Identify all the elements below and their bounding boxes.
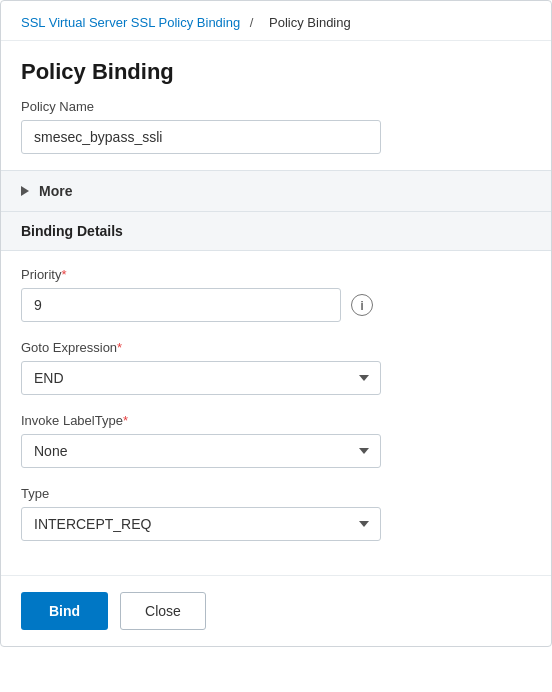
priority-label: Priority* bbox=[21, 267, 531, 282]
page-title: Policy Binding bbox=[1, 41, 551, 99]
close-button[interactable]: Close bbox=[120, 592, 206, 630]
goto-expression-label: Goto Expression* bbox=[21, 340, 531, 355]
more-label: More bbox=[39, 183, 72, 199]
binding-details-title: Binding Details bbox=[21, 223, 123, 239]
goto-expression-select-wrapper: END NEXT USE_INVOCATION_RESULT bbox=[21, 361, 381, 395]
breadcrumb: SSL Virtual Server SSL Policy Binding / … bbox=[1, 1, 551, 41]
invoke-required: * bbox=[123, 413, 128, 428]
footer-actions: Bind Close bbox=[1, 575, 551, 646]
type-label: Type bbox=[21, 486, 531, 501]
breadcrumb-separator: / bbox=[250, 15, 254, 30]
more-triangle-icon bbox=[21, 186, 29, 196]
priority-input[interactable] bbox=[21, 288, 341, 322]
goto-expression-group: Goto Expression* END NEXT USE_INVOCATION… bbox=[21, 340, 531, 395]
breadcrumb-current: Policy Binding bbox=[269, 15, 351, 30]
binding-details-header: Binding Details bbox=[1, 212, 551, 251]
invoke-labeltype-select[interactable]: None reqvserver resvserver policylabel bbox=[21, 434, 381, 468]
priority-group: Priority* i bbox=[21, 267, 531, 322]
invoke-labeltype-group: Invoke LabelType* None reqvserver resvse… bbox=[21, 413, 531, 468]
more-section[interactable]: More bbox=[1, 170, 551, 212]
bind-button[interactable]: Bind bbox=[21, 592, 108, 630]
priority-required: * bbox=[61, 267, 66, 282]
policy-name-input[interactable] bbox=[21, 120, 381, 154]
binding-form: Priority* i Goto Expression* END NEXT US… bbox=[1, 251, 551, 575]
type-group: Type INTERCEPT_REQ INTERCEPT_RES FORWARD bbox=[21, 486, 531, 541]
priority-input-row: i bbox=[21, 288, 531, 322]
goto-required: * bbox=[117, 340, 122, 355]
breadcrumb-link[interactable]: SSL Virtual Server SSL Policy Binding bbox=[21, 15, 240, 30]
invoke-labeltype-label: Invoke LabelType* bbox=[21, 413, 531, 428]
policy-name-label: Policy Name bbox=[21, 99, 531, 114]
type-select[interactable]: INTERCEPT_REQ INTERCEPT_RES FORWARD bbox=[21, 507, 381, 541]
type-select-wrapper: INTERCEPT_REQ INTERCEPT_RES FORWARD bbox=[21, 507, 381, 541]
goto-expression-select[interactable]: END NEXT USE_INVOCATION_RESULT bbox=[21, 361, 381, 395]
invoke-labeltype-select-wrapper: None reqvserver resvserver policylabel bbox=[21, 434, 381, 468]
priority-info-icon[interactable]: i bbox=[351, 294, 373, 316]
policy-binding-panel: SSL Virtual Server SSL Policy Binding / … bbox=[0, 0, 552, 647]
policy-name-section: Policy Name bbox=[1, 99, 551, 170]
